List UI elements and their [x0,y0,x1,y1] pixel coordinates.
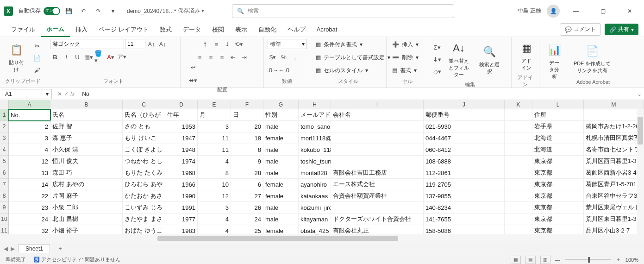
cell[interactable]: 葛飾区西新小岩3-4- [584,167,644,179]
vertical-scrollbar[interactable] [637,109,644,234]
cell[interactable]: 24 [231,214,263,225]
zoom-level[interactable]: 100% [625,257,638,263]
cell[interactable]: 北山 昌樹 [50,214,123,225]
cell[interactable]: 住所 [532,109,584,121]
cell[interactable] [505,202,532,214]
cell[interactable]: 日 [231,109,263,121]
ribbon-tab[interactable]: 表示 [230,22,253,37]
column-header[interactable]: H [299,100,331,109]
cell[interactable]: 広村 あやの [50,179,123,190]
decrease-decimal-icon[interactable]: ←.0 [279,65,289,75]
cell[interactable]: こくぼ きよし [123,144,165,156]
cell[interactable]: 東京都 [532,156,584,167]
cell[interactable]: 森田 巧 [50,167,123,179]
cell[interactable]: 小畑 裕子 [50,225,123,234]
cell[interactable]: つねかわ とし [123,156,165,167]
row-header[interactable]: 4 [0,144,9,156]
redo-icon[interactable]: ↷ [92,5,105,18]
user-avatar-icon[interactable]: 👤 [547,5,560,18]
undo-icon[interactable]: ↶ [77,5,90,18]
cell[interactable] [505,121,532,132]
align-middle-icon[interactable]: ≡ [212,39,222,49]
cell[interactable]: male [263,214,299,225]
cell[interactable]: 佐野 智 [50,121,123,132]
cell[interactable]: 27 [231,190,263,202]
percent-icon[interactable]: % [279,52,289,62]
select-all-corner[interactable] [0,100,9,109]
cell[interactable]: obata_425 [299,225,331,234]
cell[interactable]: 4 [198,214,231,225]
delete-cells-button[interactable]: ➖削除 ▾ [390,52,424,63]
cell[interactable]: 26 [231,202,263,214]
cell[interactable]: 1953 [165,121,198,132]
cell[interactable] [505,190,532,202]
cell[interactable]: 2 [9,121,50,132]
cell[interactable] [331,156,424,167]
cell[interactable]: 氏名 [50,109,123,121]
cell[interactable]: 会社名 [331,109,424,121]
cell[interactable] [331,202,424,214]
align-left-icon[interactable]: ≡ [195,52,205,62]
page-break-view-icon[interactable]: ▥ [540,256,550,264]
comments-button[interactable]: 💬コメント [560,23,601,36]
cell[interactable] [505,225,532,234]
zoom-slider[interactable] [565,259,611,260]
column-header[interactable]: M [584,100,644,109]
toggle-on-icon[interactable]: オン [44,7,60,15]
cell[interactable]: 6 [231,179,263,190]
cell[interactable]: 021-5930 [424,121,505,132]
ribbon-tab[interactable]: 校閲 [206,22,230,37]
autosave-toggle[interactable]: 自動保存 オン [19,7,60,15]
column-header[interactable]: B [50,100,123,109]
cell[interactable]: 141-7655 [424,214,505,225]
clear-icon[interactable]: ◇▾ [432,67,442,77]
cell[interactable] [505,156,532,167]
align-top-icon[interactable]: ⭱ [200,39,211,49]
cell[interactable]: 月 [198,109,231,121]
paste-button[interactable]: 📋 貼り付け [4,41,29,75]
maximize-button[interactable]: ▢ [592,4,613,19]
cell[interactable]: こいずみ じろ [123,202,165,214]
column-header[interactable]: D [165,100,198,109]
cell[interactable]: male [263,202,299,214]
cell[interactable]: No. [9,109,50,121]
scrollbar-thumb[interactable] [638,117,643,145]
cell[interactable]: male [263,156,299,167]
phonetic-button[interactable]: ア▾ [117,52,127,62]
italic-button[interactable]: I [61,52,71,62]
cell[interactable]: 12 [9,156,50,167]
cell[interactable]: female [263,132,299,144]
cell[interactable]: 12 [198,190,231,202]
cell[interactable]: male [263,167,299,179]
wrap-text-icon[interactable]: ↩ [188,62,198,72]
normal-view-icon[interactable]: ▦ [511,256,521,264]
cell[interactable]: もり けいこ [123,132,165,144]
currency-icon[interactable]: $▾ [268,52,278,62]
cell[interactable]: おばた ゆうこ [123,225,165,234]
cell[interactable]: 札幌市清田区真栄五 [584,132,644,144]
cell[interactable] [505,167,532,179]
increase-decimal-icon[interactable]: .0→ [268,65,278,75]
cell[interactable]: 北海道 [532,132,584,144]
copy-icon[interactable]: 📄 [32,53,42,63]
cell[interactable]: koizumi_jirou@example.jp [299,202,331,214]
cell[interactable]: 氏名（ひらが [123,109,165,121]
formula-input[interactable]: No. [78,89,635,99]
addins-button[interactable]: ▦ アドイン [515,39,538,73]
cell[interactable]: さの とも [123,121,165,132]
sheet-nav-prev-icon[interactable]: ◀ [4,245,8,252]
border-button[interactable]: ▦▾ [83,52,94,62]
cell[interactable]: 32 [9,225,50,234]
cell[interactable] [505,214,532,225]
ribbon-tab[interactable]: ヘルプ [282,22,311,37]
cell[interactable]: 1990 [165,190,198,202]
merge-cells-icon[interactable]: ⬌▾ [188,75,198,85]
cell[interactable]: 20 [231,121,263,132]
row-header[interactable]: 2 [0,121,9,132]
cell[interactable]: ドクターズホワイト合資会社 [331,214,424,225]
ribbon-tab[interactable]: ページ レイアウト [93,22,154,37]
cell[interactable]: 生年 [165,109,198,121]
cell[interactable] [505,144,532,156]
align-right-icon[interactable]: ≡ [217,52,227,62]
fill-icon[interactable]: ⬇▾ [432,55,442,65]
